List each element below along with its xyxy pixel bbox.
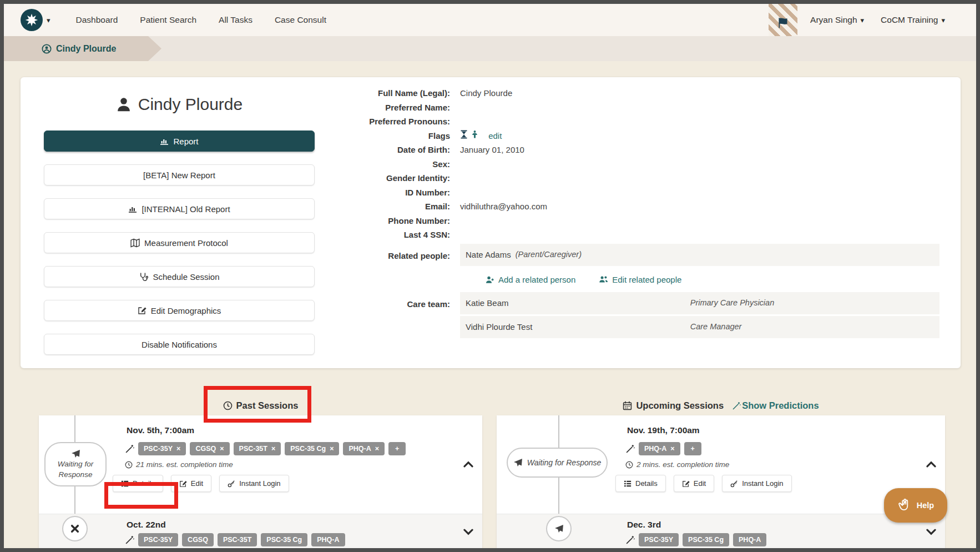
wand-icon <box>125 444 134 454</box>
paper-plane-icon <box>71 449 80 459</box>
upcoming-sessions-header: Upcoming Sessions Show Predictions <box>497 400 945 411</box>
measure-tag: PSC-35Y <box>138 533 178 546</box>
related-person-row: Nate Adams (Parent/Caregiver) <box>460 244 939 266</box>
x-icon <box>70 524 79 533</box>
field-value: vidhiluthra@yahoo.com <box>460 199 939 214</box>
nav-item-case-consult[interactable]: Case Consult <box>275 15 326 25</box>
past-sessions-panel: Waiting for Response Nov. 5th, 7:00am PS… <box>39 415 482 552</box>
chevron-down-icon <box>463 529 473 535</box>
past-sessions-header: Past Sessions <box>39 400 482 411</box>
measure-tag[interactable]: PHQ-A× <box>639 442 680 455</box>
flag-icon <box>777 17 789 29</box>
collapse-session-chevron[interactable] <box>926 460 936 470</box>
edit-flags-link[interactable]: edit <box>488 131 502 140</box>
measure-tag[interactable]: PSC-35 Cg× <box>285 442 339 455</box>
clock-icon <box>125 461 133 469</box>
breadcrumb[interactable]: Cindy Plourde <box>4 36 161 61</box>
add-related-person-link[interactable]: Add a related person <box>486 273 575 287</box>
expand-session-chevron[interactable] <box>463 528 473 538</box>
measure-tag[interactable]: PSC-35Y× <box>138 442 186 455</box>
stethoscope-icon <box>139 272 148 282</box>
chevron-down-icon: ▾ <box>47 16 50 24</box>
session-date: Nov. 19th, 7:00am <box>627 425 945 435</box>
field-label: Sex: <box>329 157 450 172</box>
measure-tag: PSC-35 Cg <box>261 533 307 546</box>
field-value <box>460 101 939 115</box>
care-team-label: Care team: <box>329 292 450 312</box>
child-flag-icon <box>471 130 478 139</box>
measure-tag[interactable]: PHQ-A× <box>343 442 385 455</box>
top-nav: ▾ Dashboard Patient Search All Tasks Cas… <box>4 4 976 36</box>
field-value <box>460 171 939 185</box>
measure-tag[interactable]: PSC-35T× <box>234 442 281 455</box>
edit-button[interactable]: Edit <box>674 475 714 492</box>
nav-item-dashboard[interactable]: Dashboard <box>76 15 118 25</box>
wand-icon <box>625 535 635 545</box>
list-icon <box>624 480 632 488</box>
upcoming-sessions-panel: Waiting for Response Nov. 19th, 7:00am P… <box>497 415 945 552</box>
field-value <box>460 114 939 129</box>
measure-tag[interactable]: CGSQ× <box>190 442 229 455</box>
related-person-name: Nate Adams <box>466 248 511 262</box>
internal-old-report-button[interactable]: [INTERNAL] Old Report <box>44 198 315 219</box>
instant-login-button[interactable]: Instant Login <box>722 475 791 492</box>
care-team-member-name: Vidhi Plourde Test <box>466 320 532 334</box>
add-measure-button[interactable]: + <box>684 442 701 455</box>
app-window: ▾ Dashboard Patient Search All Tasks Cas… <box>0 0 980 552</box>
expand-session-chevron[interactable] <box>926 528 936 538</box>
add-measure-button[interactable]: + <box>388 442 406 455</box>
patient-card: Cindy Plourde Report [BETA] New Report [… <box>21 77 961 368</box>
chevron-up-icon <box>463 461 473 468</box>
remove-tag-icon[interactable]: × <box>330 445 334 453</box>
patient-title: Cindy Plourde <box>44 95 315 114</box>
disable-notifications-button[interactable]: Disable Notifications <box>44 334 315 355</box>
paper-plane-icon <box>513 458 523 468</box>
field-label: Preferred Name: <box>329 101 450 115</box>
org-switcher[interactable]: CoCM Training ▾ <box>881 15 945 25</box>
status-node-scheduled <box>546 516 572 541</box>
remove-tag-icon[interactable]: × <box>375 445 379 453</box>
field-value <box>460 185 939 200</box>
measure-tag: PSC-35T <box>218 533 257 546</box>
upcoming-session-row: Waiting for Response Nov. 19th, 7:00am P… <box>497 415 945 514</box>
chevron-down-icon: ▾ <box>861 16 865 24</box>
patient-name: Cindy Plourde <box>138 95 243 114</box>
field-value <box>460 157 939 172</box>
care-team-row: Katie Beam Primary Care Physician <box>460 292 939 314</box>
show-predictions-link[interactable]: Show Predictions <box>732 400 819 411</box>
remove-tag-icon[interactable]: × <box>220 445 224 453</box>
beta-new-report-button[interactable]: [BETA] New Report <box>44 164 315 185</box>
user-menu[interactable]: Aryan Singh ▾ <box>810 15 864 25</box>
calendar-icon <box>623 401 632 410</box>
org-logo-menu[interactable]: ▾ <box>21 9 50 31</box>
nav-item-patient-search[interactable]: Patient Search <box>140 15 196 25</box>
field-label: Gender Identity: <box>329 171 450 185</box>
care-team-member-role: Primary Care Physician <box>690 296 775 310</box>
edit-button[interactable]: Edit <box>171 475 211 492</box>
details-button[interactable]: Details <box>615 475 666 492</box>
help-button[interactable]: Help <box>884 488 947 523</box>
field-value: January 01, 2010 <box>460 143 939 157</box>
list-icon <box>121 480 129 488</box>
field-label: Phone Number: <box>329 214 450 228</box>
remove-tag-icon[interactable]: × <box>670 445 674 453</box>
collapse-session-chevron[interactable] <box>463 460 473 470</box>
nav-item-all-tasks[interactable]: All Tasks <box>219 15 252 25</box>
chevron-down-icon <box>926 529 936 535</box>
edit-related-people-link[interactable]: Edit related people <box>599 273 681 287</box>
paper-plane-icon <box>554 524 564 534</box>
est-completion-time: 21 mins. est. completion time <box>136 460 233 469</box>
instant-login-button[interactable]: Instant Login <box>219 475 289 492</box>
report-button[interactable]: Report <box>44 131 315 152</box>
edit-demographics-button[interactable]: Edit Demographics <box>44 300 315 321</box>
user-circle-icon <box>42 44 52 54</box>
remove-tag-icon[interactable]: × <box>176 445 180 453</box>
remove-tag-icon[interactable]: × <box>271 445 275 453</box>
details-button[interactable]: Details <box>113 475 163 492</box>
measurement-protocol-button[interactable]: Measurement Protocol <box>44 232 315 253</box>
field-label: Full Name (Legal): <box>329 86 450 101</box>
field-label: Last 4 SSN: <box>329 228 450 242</box>
clock-icon <box>223 401 233 410</box>
key-icon <box>730 480 738 488</box>
schedule-session-button[interactable]: Schedule Session <box>44 266 315 287</box>
